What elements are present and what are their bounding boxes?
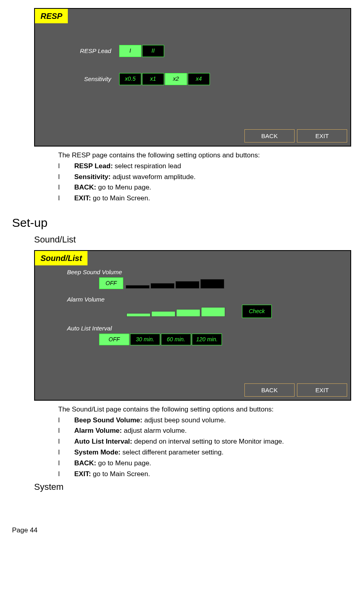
resp-nav: BACK EXIT <box>244 129 347 143</box>
alarm-row: Check <box>99 305 272 318</box>
bullet-text: Beep Sound Volume: adjust beep sound vol… <box>74 416 347 425</box>
interval-30-button[interactable]: 30 min. <box>130 334 160 346</box>
bullet-text: EXIT: go to Main Screen. <box>74 469 347 479</box>
resp-sens-x05[interactable]: x0.5 <box>119 73 141 85</box>
interval-120-button[interactable]: 120 min. <box>192 334 222 346</box>
bullet-text: RESP Lead: select respiration lead <box>74 161 347 171</box>
page-number: Page 44 <box>12 526 352 535</box>
beep-label: Beep Sound Volume <box>67 268 122 276</box>
bullet-item: lEXIT: go to Main Screen. <box>58 469 347 479</box>
bullet-text: BACK: go to Menu page. <box>74 183 347 192</box>
bullet-marker: l <box>58 426 74 436</box>
sound-title: Sound/List <box>35 251 87 265</box>
system-heading: System <box>34 481 352 493</box>
bullet-item: lAuto List Interval: depend on interval … <box>58 437 347 446</box>
resp-lead-option-i[interactable]: I <box>119 45 141 57</box>
bullet-marker: l <box>58 437 74 446</box>
resp-screen: RESP RESP Lead I II Sensitivity x0.5 x1 … <box>34 8 351 147</box>
sound-screen: Sound/List Beep Sound Volume OFF Alarm V… <box>34 250 351 401</box>
sound-back-button[interactable]: BACK <box>244 383 295 397</box>
interval-off-button[interactable]: OFF <box>99 334 129 346</box>
resp-lead-row: RESP Lead I II <box>67 45 165 57</box>
interval-row: OFF 30 min. 60 min. 120 min. <box>99 334 223 346</box>
resp-lead-label: RESP Lead <box>67 47 119 55</box>
resp-bullets: lRESP Lead: select respiration leadlSens… <box>58 161 347 203</box>
bullet-text: EXIT: go to Main Screen. <box>74 194 347 203</box>
bullet-marker: l <box>58 194 74 203</box>
beep-row: OFF <box>99 277 225 289</box>
resp-lead-option-ii[interactable]: II <box>142 45 164 57</box>
bullet-item: lBACK: go to Menu page. <box>58 183 347 192</box>
beep-off-button[interactable]: OFF <box>99 277 123 289</box>
resp-intro: The RESP page contains the following set… <box>58 151 347 160</box>
resp-sens-x4[interactable]: x4 <box>188 73 210 85</box>
sound-list-heading: Sound/List <box>34 234 352 246</box>
bullet-item: lSystem Mode: select different parameter… <box>58 448 347 457</box>
bullet-item: lBeep Sound Volume: adjust beep sound vo… <box>58 416 347 425</box>
alarm-check-button[interactable]: Check <box>242 305 272 318</box>
resp-exit-button[interactable]: EXIT <box>297 129 347 143</box>
bullet-item: lBACK: go to Menu page. <box>58 458 347 468</box>
resp-back-button[interactable]: BACK <box>244 129 295 143</box>
bullet-item: lRESP Lead: select respiration lead <box>58 161 347 171</box>
bullet-text: Alarm Volume: adjust alarm volume. <box>74 426 347 436</box>
resp-sens-x1[interactable]: x1 <box>142 73 164 85</box>
alarm-label: Alarm Volume <box>67 295 105 304</box>
bullet-text: System Mode: select different parameter … <box>74 448 347 457</box>
bullet-text: Sensitivity: adjust waveform amplitude. <box>74 172 347 182</box>
sound-exit-button[interactable]: EXIT <box>297 383 347 397</box>
sound-nav: BACK EXIT <box>244 383 347 397</box>
resp-sens-row: Sensitivity x0.5 x1 x2 x4 <box>67 73 211 85</box>
setup-heading: Set-up <box>12 214 352 231</box>
bullet-marker: l <box>58 458 74 468</box>
beep-ramp[interactable] <box>126 278 225 289</box>
interval-60-button[interactable]: 60 min. <box>161 334 191 346</box>
bullet-item: lSensitivity: adjust waveform amplitude. <box>58 172 347 182</box>
bullet-item: lAlarm Volume: adjust alarm volume. <box>58 426 347 436</box>
bullet-marker: l <box>58 172 74 182</box>
sound-intro: The Sound/List page contains the followi… <box>58 405 347 414</box>
resp-title: RESP <box>35 9 68 23</box>
bullet-item: lEXIT: go to Main Screen. <box>58 194 347 203</box>
bullet-marker: l <box>58 161 74 171</box>
resp-sens-label: Sensitivity <box>67 75 119 83</box>
resp-sens-x2[interactable]: x2 <box>165 73 187 85</box>
sound-bullets: lBeep Sound Volume: adjust beep sound vo… <box>58 416 347 479</box>
bullet-marker: l <box>58 469 74 479</box>
bullet-marker: l <box>58 448 74 457</box>
bullet-marker: l <box>58 416 74 425</box>
bullet-text: Auto List Interval: depend on interval s… <box>74 437 347 446</box>
interval-label: Auto List Interval <box>67 324 112 332</box>
bullet-text: BACK: go to Menu page. <box>74 458 347 468</box>
alarm-ramp[interactable] <box>126 306 226 317</box>
bullet-marker: l <box>58 183 74 192</box>
